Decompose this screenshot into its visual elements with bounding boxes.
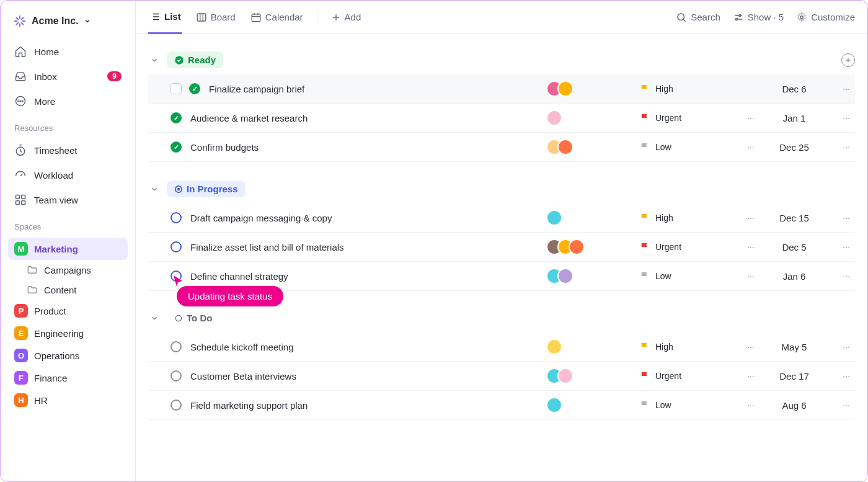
task-status-icon[interactable]	[170, 141, 182, 153]
priority-cell[interactable]: High	[639, 83, 738, 94]
app-window: Acme Inc. Home Inbox 9 More Resources Ti…	[0, 0, 868, 482]
group-collapse-toggle[interactable]	[148, 54, 161, 66]
nav-label: More	[34, 96, 55, 107]
priority-cell[interactable]: Urgent	[639, 241, 738, 252]
due-date[interactable]: Dec 15	[763, 213, 825, 223]
nav-timesheet[interactable]: Timesheet	[8, 139, 128, 161]
due-date[interactable]: Dec 17	[763, 371, 825, 382]
space-item-marketing[interactable]: MMarketing	[8, 238, 128, 260]
nav-home[interactable]: Home	[8, 40, 128, 63]
row-actions[interactable]: ···	[825, 142, 850, 152]
avatar[interactable]	[546, 339, 562, 355]
group-status-pill[interactable]: Ready	[167, 51, 223, 68]
avatar[interactable]	[557, 268, 574, 284]
row-menu[interactable]: ···	[738, 271, 763, 281]
row-actions[interactable]: ···	[825, 342, 850, 352]
row-menu[interactable]: ···	[738, 242, 763, 252]
nav-teamview[interactable]: Team view	[8, 189, 128, 211]
group-add-button[interactable]	[841, 53, 855, 67]
avatar[interactable]	[546, 210, 562, 226]
due-date[interactable]: Dec 6	[763, 84, 825, 94]
group-status-pill[interactable]: In Progress	[167, 181, 246, 197]
row-actions[interactable]: ···	[825, 113, 850, 123]
task-status-icon[interactable]	[170, 241, 182, 252]
task-name: Customer Beta interviews	[190, 371, 546, 382]
group-status-pill[interactable]: To Do	[167, 310, 219, 326]
due-date[interactable]: Dec 25	[763, 142, 825, 153]
nav-inbox[interactable]: Inbox 9	[8, 65, 128, 87]
row-actions[interactable]: ···	[825, 271, 850, 281]
due-date[interactable]: Jan 1	[763, 113, 825, 123]
priority-cell[interactable]: Urgent	[639, 370, 738, 382]
row-menu[interactable]: ···	[738, 213, 763, 223]
task-status-icon[interactable]	[170, 399, 182, 411]
folder-item-campaigns[interactable]: Campaigns	[8, 260, 128, 280]
priority-cell[interactable]: Urgent	[639, 112, 738, 123]
task-status-icon[interactable]	[170, 270, 182, 282]
task-row[interactable]: Customer Beta interviews Urgent ··· Dec …	[148, 362, 855, 391]
space-item-hr[interactable]: HHR	[8, 389, 128, 411]
row-menu[interactable]: ···	[738, 342, 763, 352]
task-row[interactable]: Finalize campaign brief High Dec 6 ···	[148, 74, 855, 104]
row-menu[interactable]: ···	[738, 113, 763, 123]
task-row[interactable]: Field marketing support plan Low ··· Aug…	[148, 391, 855, 420]
show-button[interactable]: Show · 5	[733, 12, 784, 23]
due-date[interactable]: May 5	[763, 342, 825, 352]
row-actions[interactable]: ···	[825, 400, 850, 410]
due-date[interactable]: Aug 6	[763, 400, 825, 411]
row-actions[interactable]: ···	[825, 371, 850, 381]
priority-cell[interactable]: Low	[639, 141, 738, 153]
svg-point-17	[177, 187, 180, 190]
avatar[interactable]	[557, 139, 574, 155]
task-status-icon[interactable]	[170, 341, 182, 352]
row-actions[interactable]: ···	[825, 213, 850, 223]
task-row[interactable]: Confirm budgets Low ··· Dec 25 ···	[148, 133, 855, 162]
row-actions[interactable]: ···	[825, 84, 850, 94]
space-item-engineering[interactable]: EEngineering	[8, 322, 128, 344]
workspace-switcher[interactable]: Acme Inc.	[8, 11, 128, 32]
task-status-icon[interactable]	[170, 212, 182, 223]
task-row[interactable]: Define channel strategy Low ··· Jan 6 ··…	[148, 262, 855, 291]
priority-cell[interactable]: High	[639, 341, 738, 352]
task-row[interactable]: Draft campaign messaging & copy High ···…	[148, 203, 855, 233]
space-item-product[interactable]: PProduct	[8, 300, 128, 322]
view-add[interactable]: Add	[330, 2, 363, 32]
row-menu[interactable]: ···	[738, 371, 763, 381]
due-date[interactable]: Jan 6	[763, 271, 825, 282]
group-label: In Progress	[187, 184, 238, 194]
avatar[interactable]	[546, 397, 562, 413]
nav-more[interactable]: More	[8, 90, 128, 112]
sliders-icon	[733, 12, 744, 23]
search-button[interactable]: Search	[676, 12, 720, 23]
customize-button[interactable]: Customize	[796, 12, 855, 23]
nav-workload[interactable]: Workload	[8, 164, 128, 186]
row-menu[interactable]: ···	[738, 400, 763, 410]
task-status-icon[interactable]	[170, 112, 182, 123]
task-checkbox[interactable]	[170, 83, 182, 94]
view-tab-calendar[interactable]: Calendar	[249, 2, 304, 33]
avatar[interactable]	[557, 368, 574, 384]
view-tab-list[interactable]: List	[148, 1, 182, 34]
task-status-icon[interactable]	[170, 370, 182, 382]
group-collapse-toggle[interactable]	[148, 312, 161, 324]
due-date[interactable]: Dec 5	[763, 242, 825, 252]
row-actions[interactable]: ···	[825, 242, 850, 252]
priority-cell[interactable]: High	[639, 212, 738, 223]
space-item-finance[interactable]: FFinance	[8, 367, 128, 389]
folder-item-content[interactable]: Content	[8, 280, 128, 300]
task-status-icon[interactable]	[189, 83, 200, 94]
group-collapse-toggle[interactable]	[148, 183, 161, 195]
task-row[interactable]: Audience & market research Urgent ··· Ja…	[148, 104, 855, 133]
nav-label: Home	[34, 47, 59, 57]
priority-cell[interactable]: Low	[639, 270, 738, 282]
space-item-operations[interactable]: OOperations	[8, 344, 128, 367]
avatar[interactable]	[557, 81, 574, 97]
avatar[interactable]	[546, 110, 562, 126]
task-name: Finalize asset list and bill of material…	[190, 242, 546, 252]
avatar[interactable]	[569, 239, 585, 255]
task-row[interactable]: Schedule kickoff meeting High ··· May 5 …	[148, 332, 855, 362]
view-tab-board[interactable]: Board	[195, 2, 237, 33]
priority-cell[interactable]: Low	[639, 399, 738, 411]
task-row[interactable]: Finalize asset list and bill of material…	[148, 233, 855, 262]
row-menu[interactable]: ···	[738, 142, 763, 152]
